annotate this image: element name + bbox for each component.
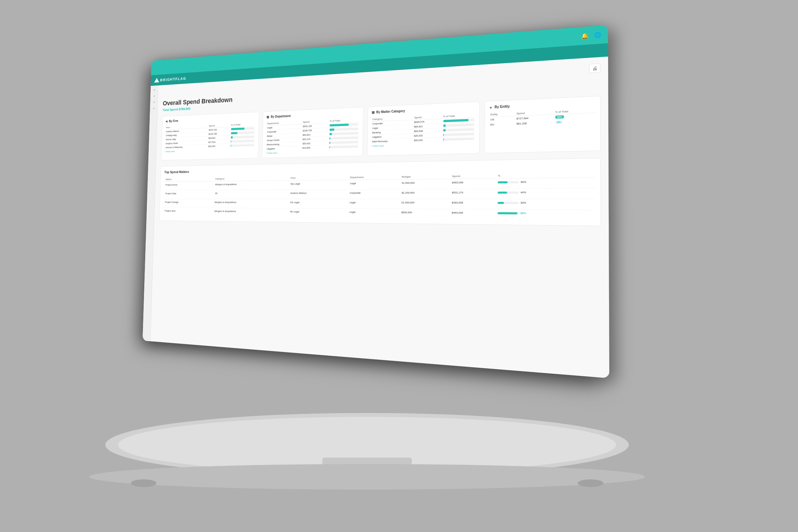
matter-budget-1: €1,000,000 [400, 179, 450, 189]
by-firm-header: ◀ By Firm [165, 116, 256, 122]
matter-pct-1: 46% [496, 177, 595, 189]
matters-title: Top Spend Matters [165, 164, 595, 174]
by-firm-title: By Firm [169, 119, 178, 122]
matter-spend-3: $463,008 [450, 199, 496, 209]
dept-spend-6: $13,000 [302, 145, 328, 150]
print-button[interactable]: 🖨 [589, 63, 601, 73]
matter-cat-4: Mergers & Acquisitions [213, 208, 288, 217]
by-category-title: By Matter Category [376, 109, 405, 114]
by-dept-table: Department Spend % of Total Legal $531,1… [266, 118, 359, 151]
entity-pct-badge-1: 92% [555, 115, 564, 119]
sidebar-dot-4 [153, 108, 154, 110]
category-col-header: Category [213, 175, 289, 181]
firm-pct-5 [230, 142, 255, 148]
top-spend-matters: Top Spend Matters Matter Category Firm D… [159, 158, 601, 226]
sidebar-dot-1 [154, 89, 155, 91]
by-category-card: ▦ By Matter Category Category Spend % of… [367, 101, 480, 156]
matter-cat-1: Mergers & Acquisitions [213, 180, 289, 190]
category-chart-icon: ▦ [372, 110, 375, 114]
by-department-card: ▦ By Department Department Spend % of To… [262, 107, 364, 158]
firm-spend-5: $20,032 [208, 144, 230, 148]
sidebar-dot-3 [153, 101, 155, 103]
matter-col-header: Matter [164, 176, 214, 182]
laptop-screen-wrapper: 🔔 🌐 BRIGHTFLAG [143, 25, 609, 378]
spend-col-header: Spend [450, 173, 496, 179]
matter-spend-2: $531,179 [450, 189, 496, 199]
by-dept-header: ▦ By Department [267, 111, 359, 118]
entity-chart-icon: ▲ [489, 105, 493, 109]
by-dept-title: By Department [271, 114, 291, 118]
matter-firm-4: SK Legal [288, 208, 348, 218]
matters-table: Matter Category Firm Department Budget S… [163, 172, 595, 220]
laptop-container: 🔔 🌐 BRIGHTFLAG [48, 27, 750, 506]
entity-pct-badge-2: 8% [555, 120, 563, 124]
matter-firm-1: SQ Legal [288, 180, 348, 190]
by-entity-table: Entity Spend % of Total US $727,664 [489, 108, 596, 127]
matter-spend-1: $463,008 [450, 178, 496, 189]
content-area: 🖨 Overall Spend Breakdown Total Spend $7… [150, 56, 609, 378]
matter-cat-3: Mergers & Acquisitions [213, 199, 288, 208]
by-entity-card: ▲ By Entity Entity Spend % of Total [484, 96, 601, 153]
matter-pct-3: 30% [496, 199, 595, 210]
laptop-screen: 🔔 🌐 BRIGHTFLAG [143, 25, 609, 378]
matter-dept-1: Legal [348, 179, 400, 189]
bell-icon[interactable]: 🔔 [581, 32, 589, 40]
matter-budget-2: $1,200,000 [400, 189, 450, 199]
table-row: Project Jera Mergers & Acquisitions SK L… [163, 207, 595, 220]
department-col-header: Department [348, 174, 400, 180]
svg-point-3 [89, 464, 645, 490]
entity-name-2[interactable]: EU [489, 121, 515, 127]
cat-spend-5: $20,032 [413, 137, 442, 142]
by-firm-card: ◀ By Firm Firm Spend % of Total [161, 112, 260, 160]
laptop-base [80, 406, 654, 496]
globe-icon[interactable]: 🌐 [593, 31, 602, 39]
by-entity-header: ▲ By Entity [489, 100, 596, 109]
budget-col-header: Budget [400, 174, 450, 179]
matter-firm-2: Hudson Watson [288, 189, 348, 199]
matter-dept-2: Corporate [348, 189, 400, 199]
by-entity-title: By Entity [494, 104, 510, 109]
logo-triangle-icon [154, 78, 159, 82]
matter-dept-3: Legal [348, 199, 400, 209]
logo: BRIGHTFLAG [154, 76, 186, 82]
matter-pct-4: 92% [495, 209, 595, 220]
matter-firm-3: SS Legal [288, 199, 348, 208]
matter-name-2[interactable]: Project Gate [164, 190, 213, 199]
svg-point-5 [578, 479, 603, 487]
dept-chart-icon: ▦ [267, 115, 269, 118]
main-layout: 🖨 Overall Spend Breakdown Total Spend $7… [143, 56, 609, 378]
matter-dept-4: Legal [348, 208, 400, 218]
matter-budget-4: $500,000 [399, 209, 450, 219]
matter-spend-4: $463,008 [450, 209, 496, 219]
matter-name-1[interactable]: Project Arrow [164, 181, 213, 190]
svg-point-4 [131, 479, 156, 487]
svg-point-1 [118, 417, 616, 473]
by-category-table: Category Spend % of Total Corporate $639… [371, 113, 475, 144]
sidebar-dot-2 [154, 95, 155, 97]
by-category-header: ▦ By Matter Category [372, 106, 475, 114]
dept-pct-6 [328, 144, 359, 149]
svg-rect-2 [322, 458, 412, 483]
cat-pct-5 [442, 136, 475, 142]
matter-pct-2: 44% [496, 188, 595, 199]
svg-point-0 [105, 413, 629, 477]
firm-chart-icon: ◀ [165, 120, 168, 123]
total-spend-value: 788,869 [180, 107, 191, 110]
matter-name-4[interactable]: Project Jera [163, 207, 213, 217]
matter-name-3[interactable]: Project Orange [164, 199, 213, 208]
matter-budget-3: £1,500,000 [400, 199, 450, 209]
logo-text: BRIGHTFLAG [160, 76, 186, 82]
total-spend-label: Total Spend $ [163, 107, 180, 112]
matter-cat-2: JD [213, 190, 289, 199]
by-firm-table: Firm Spend % of Total Hudson Watson $447… [165, 122, 256, 149]
firm-col-header: Firm [289, 175, 348, 180]
dept-name-6: Litigation [266, 146, 302, 151]
